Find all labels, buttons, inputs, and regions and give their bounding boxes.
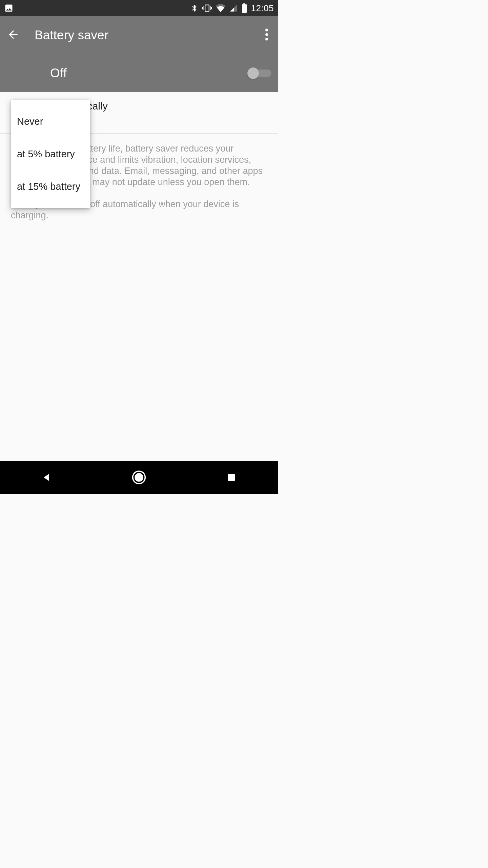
cell-signal-icon xyxy=(229,4,238,12)
status-clock: 12:05 xyxy=(251,3,274,14)
svg-point-0 xyxy=(265,29,268,32)
svg-point-4 xyxy=(135,473,143,482)
switch-thumb xyxy=(247,67,259,79)
overflow-menu-button[interactable] xyxy=(262,26,271,45)
nav-home-button[interactable] xyxy=(119,467,159,488)
picture-icon xyxy=(4,3,14,13)
page-title: Battery saver xyxy=(35,28,262,42)
battery-saver-switch[interactable] xyxy=(247,67,271,80)
svg-point-1 xyxy=(265,33,268,36)
back-button[interactable] xyxy=(7,28,20,42)
battery-saver-toggle-row[interactable]: Off xyxy=(0,54,278,92)
wifi-icon xyxy=(216,4,226,12)
status-bar: 12:05 xyxy=(0,0,278,16)
option-never[interactable]: Never xyxy=(11,105,90,138)
svg-rect-5 xyxy=(228,474,235,481)
svg-point-2 xyxy=(265,38,268,41)
option-5pct[interactable]: at 5% battery xyxy=(11,138,90,170)
option-15pct[interactable]: at 15% battery xyxy=(11,170,90,203)
toggle-state-label: Off xyxy=(50,66,247,80)
vibrate-icon xyxy=(202,3,212,13)
auto-on-options-popup: Never at 5% battery at 15% battery xyxy=(11,100,90,208)
system-nav-bar xyxy=(0,461,278,494)
app-bar: Battery saver xyxy=(0,16,278,54)
nav-back-button[interactable] xyxy=(26,467,67,488)
battery-icon xyxy=(241,3,247,13)
bluetooth-icon xyxy=(190,3,199,13)
nav-recents-button[interactable] xyxy=(211,467,252,488)
